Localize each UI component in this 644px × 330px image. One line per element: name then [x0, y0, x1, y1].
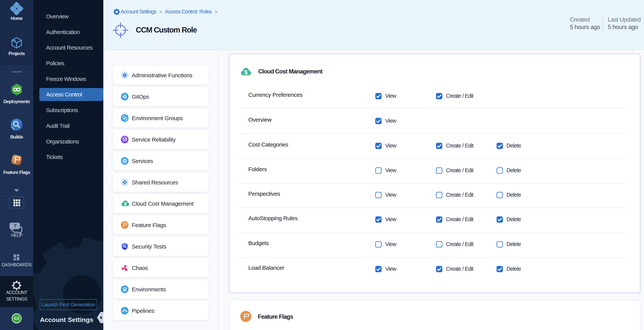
svg-text:$: $	[124, 201, 126, 206]
svg-text:$: $	[244, 69, 248, 76]
svg-text:?: ?	[14, 223, 16, 229]
